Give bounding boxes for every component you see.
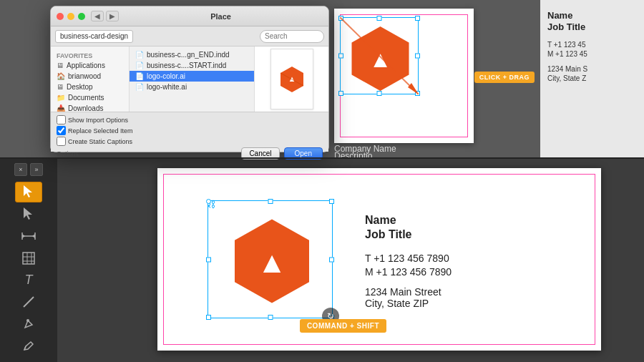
path-display[interactable]: business-card-design xyxy=(55,30,133,43)
top-section: ◀ ▶ Place business-card-design Favorites… xyxy=(0,0,644,157)
selection-tool[interactable] xyxy=(15,182,42,202)
line-tool[interactable] xyxy=(15,292,42,313)
sidebar-item-downloads[interactable]: 📥 Downloads xyxy=(51,103,129,112)
bc-name: Name xyxy=(365,214,452,227)
bc-job-title: Job Title xyxy=(365,228,452,241)
top-address: 1234 Main S xyxy=(547,65,637,73)
file-dialog: ◀ ▶ Place business-card-design Favorites… xyxy=(50,6,329,152)
line-tool-icon xyxy=(22,295,35,308)
text-section: Name Job Title T +1 123 456 7890 M +1 12… xyxy=(343,214,452,309)
options-label: Options xyxy=(57,150,79,157)
top-job-title: Job Title xyxy=(547,21,637,32)
sidebar-item-desktop[interactable]: 🖥 Desktop xyxy=(51,82,129,92)
sidebar-item-documents[interactable]: 📁 Documents xyxy=(51,92,129,103)
handle-bl xyxy=(206,315,211,320)
left-toolbar: × » xyxy=(0,157,57,362)
table-tool[interactable] xyxy=(15,248,42,268)
applications-icon: 🖥 xyxy=(57,62,64,69)
file-name: business-c....START.indd xyxy=(147,62,226,69)
sidebar-item-label: Desktop xyxy=(67,83,93,91)
traffic-lights xyxy=(57,13,85,20)
dialog-footer: Show Import Options Replace Selected Ite… xyxy=(51,112,328,152)
handle-bc xyxy=(268,315,273,320)
sidebar-item-label: Downloads xyxy=(68,104,103,112)
sidebar-item-applications[interactable]: 🖥 Applications xyxy=(51,60,129,71)
pencil-tool[interactable] xyxy=(15,336,42,356)
replace-selected-checkbox-row: Replace Selected Item xyxy=(57,126,323,135)
top-canvas-area: ▲ xyxy=(326,0,540,157)
canvas-page: ⛓ ▲ xyxy=(157,168,601,351)
create-captions-checkbox-row: Create Static Captions xyxy=(57,137,323,146)
file-item[interactable]: 📄 logo-white.ai xyxy=(130,82,254,92)
handle-bc xyxy=(377,91,382,96)
show-import-checkbox[interactable] xyxy=(57,115,66,124)
create-captions-checkbox[interactable] xyxy=(57,137,66,146)
text-tool[interactable]: T xyxy=(15,270,42,290)
handle-tr xyxy=(329,199,334,204)
handle-tr xyxy=(415,16,420,21)
ai-icon: 📄 xyxy=(135,83,144,91)
handle-tc xyxy=(268,199,273,204)
sidebar-item-brianwood[interactable]: 🏠 brianwood xyxy=(51,71,129,82)
table-tool-icon xyxy=(22,252,35,265)
bc-phone2: M +1 123 456 7890 xyxy=(365,266,452,278)
sidebar-item-label: Documents xyxy=(68,94,104,102)
dialog-toolbar: business-card-design xyxy=(51,26,328,47)
close-button[interactable] xyxy=(57,13,64,20)
top-white-card: ▲ xyxy=(334,9,474,143)
file-item[interactable]: 📄 business-c...gn_END.indd xyxy=(130,49,254,60)
handle-tc xyxy=(377,16,382,21)
favorites-label: Favorites xyxy=(51,51,129,60)
direct-selection-tool[interactable] xyxy=(15,204,42,225)
close-panel-button[interactable]: × xyxy=(14,163,27,176)
handle-bl xyxy=(338,91,343,96)
bottom-canvas: ⛓ ▲ xyxy=(57,157,644,362)
file-name-selected: logo-color.ai xyxy=(147,72,185,80)
sidebar-item-label: Applications xyxy=(67,62,105,69)
top-right-text-panel: Name Job Title T +1 123 45 M +1 123 45 1… xyxy=(540,0,644,157)
top-name: Name xyxy=(547,10,637,21)
logo-selection-box xyxy=(208,200,333,318)
dialog-sidebar: Favorites 🖥 Applications 🏠 brianwood 🖥 D… xyxy=(51,47,130,112)
minimize-button[interactable] xyxy=(67,13,74,20)
pen-tool-icon xyxy=(22,318,35,331)
back-button[interactable]: ◀ xyxy=(91,11,104,21)
search-input[interactable] xyxy=(260,30,324,43)
show-import-label: Show Import Options xyxy=(68,117,128,124)
handle-ml xyxy=(206,257,211,262)
file-name: logo-white.ai xyxy=(147,83,187,91)
svg-text:▲: ▲ xyxy=(288,74,296,83)
cmd-shift-badge: COMMAND + SHIFT xyxy=(300,319,386,333)
svg-marker-8 xyxy=(24,185,32,197)
handle-mr xyxy=(415,54,420,59)
bc-phone1: T +1 123 456 7890 xyxy=(365,253,452,264)
selection-tool-icon xyxy=(21,185,36,199)
maximize-button[interactable] xyxy=(78,13,85,20)
handle-tl xyxy=(338,16,343,21)
handle-tl xyxy=(206,199,211,204)
svg-line-20 xyxy=(24,297,34,307)
direct-selection-icon xyxy=(21,207,36,221)
pen-tool[interactable] xyxy=(15,314,42,335)
file-item[interactable]: 📄 business-c....START.indd xyxy=(130,60,254,71)
preview-card: ▲ xyxy=(270,49,313,109)
top-selection-box xyxy=(340,17,419,94)
desktop-icon: 🖥 xyxy=(57,83,64,91)
file-item-selected[interactable]: 📄 logo-color.ai xyxy=(130,71,254,82)
svg-point-21 xyxy=(26,319,29,322)
forward-button[interactable]: ▶ xyxy=(106,11,119,21)
gap-tool[interactable] xyxy=(15,226,42,247)
gap-tool-icon xyxy=(21,231,36,241)
replace-selected-checkbox[interactable] xyxy=(57,126,66,135)
handle-br xyxy=(415,91,420,96)
pencil-tool-icon xyxy=(22,340,35,353)
sidebar-item-label: brianwood xyxy=(68,72,101,80)
preview-hex-svg: ▲ xyxy=(278,65,306,94)
business-card-content: ⛓ ▲ xyxy=(200,190,580,333)
dialog-file-area: 📄 business-c...gn_END.indd 📄 business-c.… xyxy=(130,47,328,112)
expand-panel-button[interactable]: » xyxy=(30,163,43,176)
svg-marker-14 xyxy=(32,234,35,238)
documents-icon: 📁 xyxy=(57,94,65,102)
toolbar-top-row: × » xyxy=(14,163,43,176)
logo-section: ⛓ ▲ xyxy=(200,193,343,329)
